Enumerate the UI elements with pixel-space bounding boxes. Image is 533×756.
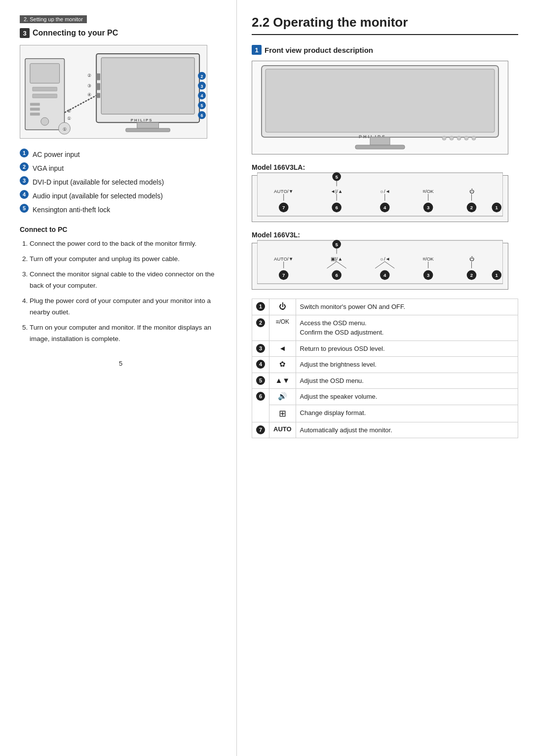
svg-text:3: 3 <box>427 205 430 210</box>
svg-rect-11 <box>101 58 194 114</box>
desc-icon-6b: ⊞ <box>269 405 296 422</box>
svg-rect-2 <box>33 87 57 91</box>
desc-text-4: Adjust the brightness level. <box>296 357 518 373</box>
svg-text:①: ① <box>63 127 67 132</box>
desc-num-6: 6 <box>252 389 269 422</box>
svg-text:AUTO/▼: AUTO/▼ <box>274 189 293 194</box>
model1-diagram: 5 AUTO/▼ ◄|/▲ ☼/◄ ≡/OK ⏻ 7 <box>252 175 508 222</box>
svg-rect-44 <box>257 173 503 216</box>
connector-num-4: 4 <box>20 190 29 199</box>
svg-text:3: 3 <box>201 84 203 89</box>
connector-item-3: 3 DVI-D input (available for selected mo… <box>20 175 222 189</box>
svg-text:2: 2 <box>470 205 473 210</box>
section1-title: Front view product description <box>265 46 373 54</box>
desc-row-4: 4 ✿ Adjust the brightness level. <box>252 357 518 373</box>
svg-rect-13 <box>137 122 159 128</box>
connector-text-4: Audio input (available for selected mode… <box>33 189 163 203</box>
svg-text:6: 6 <box>335 205 338 210</box>
desc-icon-3: ◄ <box>269 340 296 357</box>
desc-num-7: 7 <box>252 422 269 438</box>
main-section-title: 2.2 Operating the monitor <box>252 15 518 35</box>
svg-rect-15 <box>96 74 100 80</box>
connector-num-1: 1 <box>20 149 29 157</box>
svg-text:4: 4 <box>383 272 386 278</box>
desc-row-7: 7 AUTO Automatically adjust the monitor. <box>252 422 518 438</box>
desc-icon-1: ⏻ <box>269 299 296 315</box>
right-column: 2.2 Operating the monitor 1 Front view p… <box>237 0 533 756</box>
svg-text:③: ③ <box>87 83 91 88</box>
connector-item-1: 1 AC power input <box>20 148 222 161</box>
desc-row-5: 5 ▲▼ Adjust the OSD menu. <box>252 373 518 389</box>
page-number: 5 <box>20 360 222 367</box>
svg-text:2: 2 <box>470 272 473 278</box>
step-3: Connect the monitor signal cable to the … <box>30 269 222 292</box>
svg-text:6: 6 <box>201 113 203 118</box>
svg-text:▣|/▲: ▣|/▲ <box>331 256 343 262</box>
desc-icon-5: ▲▼ <box>269 373 296 389</box>
connector-num-5: 5 <box>20 204 29 213</box>
svg-text:PHILIPS: PHILIPS <box>131 118 153 122</box>
step-5: Turn on your computer and monitor. If th… <box>30 322 222 345</box>
desc-num-5: 5 <box>252 373 269 389</box>
desc-text-5: Adjust the OSD menu. <box>296 373 518 389</box>
desc-icon-4: ✿ <box>269 357 296 373</box>
connector-item-4: 4 Audio input (available for selected mo… <box>20 189 222 203</box>
svg-text:④: ④ <box>87 92 91 97</box>
section1-header: 1 Front view product description <box>252 45 518 55</box>
svg-rect-43 <box>355 145 405 149</box>
svg-rect-3 <box>33 94 57 98</box>
connector-num-2: 2 <box>20 162 29 171</box>
desc-icon-6a: 🔊 <box>269 389 296 405</box>
svg-text:1: 1 <box>495 272 498 278</box>
svg-text:≡/OK: ≡/OK <box>422 256 434 262</box>
svg-rect-71 <box>257 240 503 284</box>
model2-label: Model 166V3L: <box>252 231 518 239</box>
desc-num-3: 3 <box>252 340 269 357</box>
desc-text-2: Access the OSD menu.Confirm the OSD adju… <box>296 315 518 340</box>
svg-text:6: 6 <box>335 272 338 278</box>
svg-point-40 <box>464 136 468 140</box>
connector-text-5: Kensington anti-theft lock <box>33 203 110 217</box>
svg-point-39 <box>457 136 461 140</box>
svg-text:☼/◄: ☼/◄ <box>380 256 390 262</box>
svg-text:5: 5 <box>335 174 338 180</box>
svg-rect-14 <box>126 128 170 132</box>
svg-text:2: 2 <box>201 74 203 79</box>
monitor-front-view: PHILIPS <box>252 61 508 154</box>
svg-text:☼/◄: ☼/◄ <box>380 189 390 194</box>
connector-text-3: DVI-D input (available for selected mode… <box>33 175 164 189</box>
desc-text-6b: Change display format. <box>296 405 518 422</box>
svg-text:5: 5 <box>335 242 338 247</box>
svg-text:5: 5 <box>201 103 203 108</box>
connector-item-2: 2 VGA input <box>20 161 222 175</box>
svg-rect-19 <box>96 93 100 98</box>
connect-pc-header: Connect to PC <box>20 226 222 233</box>
desc-text-1: Switch monitor's power ON and OFF. <box>296 299 518 315</box>
monitor-front-svg: PHILIPS <box>257 63 503 152</box>
svg-text:◄|/▲: ◄|/▲ <box>331 189 343 194</box>
desc-row-6a: 6 🔊 Adjust the speaker volume. <box>252 389 518 405</box>
desc-num-2: 2 <box>252 315 269 340</box>
svg-point-41 <box>472 136 476 140</box>
section3-title: Connecting to your PC <box>33 29 118 38</box>
svg-rect-1 <box>30 64 60 83</box>
model1-svg: 5 AUTO/▼ ◄|/▲ ☼/◄ ≡/OK ⏻ 7 <box>257 172 503 217</box>
svg-text:4: 4 <box>383 205 386 210</box>
connection-svg: ① ② PHILIPS ② ③ ④ 2 <box>20 45 207 138</box>
connector-text-2: VGA input <box>33 161 64 175</box>
connector-item-5: 5 Kensington anti-theft lock <box>20 203 222 217</box>
svg-text:①: ① <box>67 116 71 121</box>
svg-text:⏻: ⏻ <box>469 256 474 262</box>
svg-rect-5 <box>30 103 40 106</box>
section3-num: 3 <box>20 28 30 38</box>
svg-text:AUTO/▼: AUTO/▼ <box>274 256 293 262</box>
model1-label: Model 166V3LA: <box>252 163 518 171</box>
page-container: 2. Setting up the monitor 3 Connecting t… <box>0 0 533 756</box>
left-column: 2. Setting up the monitor 3 Connecting t… <box>0 0 237 756</box>
connector-text-1: AC power input <box>33 148 80 161</box>
description-table: 1 ⏻ Switch monitor's power ON and OFF. 2… <box>252 299 518 438</box>
section1-num: 1 <box>252 45 262 55</box>
model2-diagram: 5 AUTO/▼ ▣|/▲ ☼/◄ ≡/OK ⏻ 7 <box>252 243 508 290</box>
section3-header: 3 Connecting to your PC <box>20 28 222 38</box>
desc-row-6b: ⊞ Change display format. <box>252 405 518 422</box>
